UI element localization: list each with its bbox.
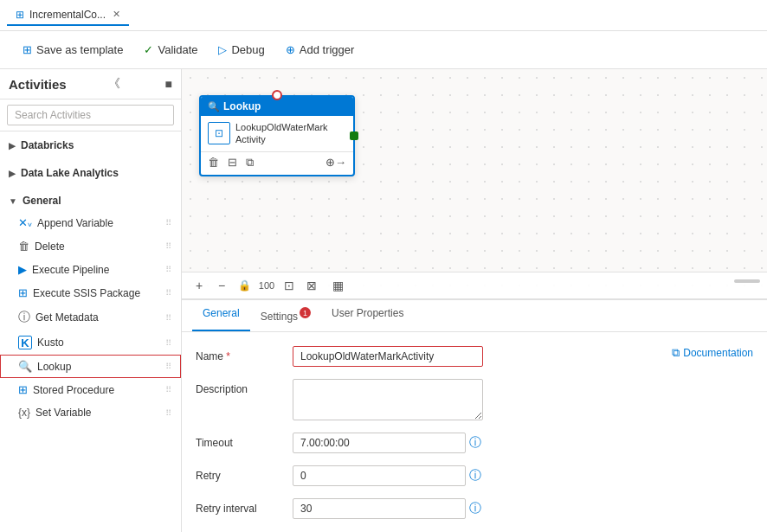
node-connector (350, 131, 358, 140)
lookup-icon: 🔍 (18, 360, 32, 373)
timeout-label: Timeout (196, 433, 282, 449)
name-row: Name * ⧉ Documentation (196, 346, 753, 367)
sidebar-collapse-icon[interactable]: 《 (108, 76, 120, 92)
timeout-info-icon[interactable]: ⓘ (469, 435, 481, 451)
set-variable-label: Set Variable (35, 407, 91, 419)
tab-user-properties[interactable]: User Properties (321, 300, 414, 331)
append-variable-label: Append Variable (37, 217, 113, 229)
node-body: ⊡ LookupOldWaterMarkActivity (201, 116, 353, 151)
properties-body: Name * ⧉ Documentation Description (182, 332, 767, 533)
name-required: * (226, 350, 230, 362)
group-general: ▼ General ✕ᵥ Append Variable ⠿ 🗑 Delete (0, 187, 181, 427)
node-activity-icon: ⊡ (208, 122, 230, 144)
debug-icon: ▷ (218, 43, 227, 56)
general-label: General (23, 195, 61, 207)
node-activity-name: LookupOldWaterMarkActivity (235, 121, 346, 146)
properties-tabs: General Settings1 User Properties (182, 300, 767, 332)
sidebar-item-lookup[interactable]: 🔍 Lookup ⠿ (0, 355, 181, 378)
node-clone-button[interactable]: ⊟ (228, 156, 237, 170)
data-lake-arrow-icon: ▶ (9, 169, 16, 178)
lock-button[interactable]: 🔒 (234, 275, 255, 296)
zoom-out-button[interactable]: − (211, 275, 232, 296)
group-data-lake: ▶ Data Lake Analytics (0, 159, 181, 187)
tab-label: IncrementalCo... (29, 9, 106, 21)
lookup-node[interactable]: 🔍 Lookup ⊡ LookupOldWaterMarkActivity 🗑 … (199, 95, 355, 176)
doc-link-icon: ⧉ (672, 346, 680, 360)
description-row: Description (196, 379, 753, 420)
delete-label: Delete (35, 240, 65, 253)
data-lake-label: Data Lake Analytics (21, 167, 119, 179)
node-connect-button[interactable]: ⊕→ (325, 156, 346, 170)
retry-interval-label: Retry interval (196, 498, 282, 515)
tab-settings[interactable]: Settings1 (250, 300, 321, 331)
stored-procedure-drag-icon: ⠿ (165, 385, 171, 394)
execute-pipeline-icon: ▶ (18, 263, 27, 276)
sidebar-item-kusto[interactable]: K Kusto ⠿ (0, 330, 181, 355)
save-template-button[interactable]: ⊞ Save as template (14, 39, 132, 61)
stored-procedure-icon: ⊞ (18, 383, 28, 396)
description-input[interactable] (293, 379, 483, 420)
append-variable-drag-icon: ⠿ (165, 218, 171, 228)
timeout-input[interactable] (293, 433, 466, 453)
retry-interval-input[interactable] (293, 498, 466, 519)
sidebar-item-append-variable[interactable]: ✕ᵥ Append Variable ⠿ (0, 211, 181, 234)
save-template-icon: ⊞ (23, 43, 32, 56)
crop-button[interactable]: ⊠ (301, 275, 322, 296)
search-input[interactable] (7, 105, 174, 125)
collapse-bar[interactable] (734, 279, 760, 283)
debug-button[interactable]: ▷ Debug (209, 39, 273, 61)
delete-drag-icon: ⠿ (165, 241, 171, 251)
get-metadata-drag-icon: ⠿ (165, 313, 171, 323)
kusto-icon: K (18, 336, 32, 349)
get-metadata-label: Get Metadata (35, 311, 99, 324)
add-trigger-button[interactable]: ⊕ Add trigger (277, 39, 364, 61)
sidebar-item-get-metadata[interactable]: ⓘ Get Metadata ⠿ (0, 304, 181, 330)
sidebar-item-set-variable[interactable]: {x} Set Variable ⠿ (0, 401, 181, 424)
retry-row: Retry ⓘ (196, 465, 753, 486)
group-databricks-header[interactable]: ▶ Databricks (0, 135, 181, 156)
delete-icon: 🗑 (18, 240, 29, 253)
stored-procedure-label: Stored Procedure (33, 384, 114, 396)
retry-interval-info-icon[interactable]: ⓘ (469, 501, 481, 516)
sidebar-item-stored-procedure[interactable]: ⊞ Stored Procedure ⠿ (0, 378, 181, 401)
minimap-button[interactable]: ▦ (327, 275, 348, 296)
sidebar-more-icon[interactable]: ■ (165, 77, 172, 91)
set-variable-drag-icon: ⠿ (165, 408, 171, 418)
lookup-label: Lookup (37, 361, 71, 373)
name-label: Name * (196, 346, 282, 362)
properties-panel: General Settings1 User Properties Name (182, 298, 767, 532)
group-databricks: ▶ Databricks (0, 131, 181, 159)
retry-label: Retry (196, 465, 282, 482)
execute-ssis-label: Execute SSIS Package (33, 287, 140, 299)
kusto-label: Kusto (37, 337, 64, 349)
doc-link[interactable]: ⧉ Documentation (672, 346, 753, 360)
zoom-in-button[interactable]: + (189, 275, 209, 296)
fit-page-button[interactable]: ⊡ (279, 275, 300, 296)
sidebar-item-delete[interactable]: 🗑 Delete ⠿ (0, 234, 181, 258)
settings-badge: 1 (300, 307, 311, 318)
execute-ssis-icon: ⊞ (18, 286, 28, 299)
description-label: Description (196, 379, 282, 395)
retry-input[interactable] (293, 465, 466, 486)
group-data-lake-header[interactable]: ▶ Data Lake Analytics (0, 163, 181, 183)
general-arrow-icon: ▼ (9, 196, 17, 206)
name-input[interactable] (293, 346, 483, 367)
node-copy-button[interactable]: ⧉ (246, 156, 254, 170)
timeout-row: Timeout ⓘ (196, 433, 753, 453)
node-delete-button[interactable]: 🗑 (208, 156, 219, 170)
append-variable-icon: ✕ᵥ (18, 216, 32, 229)
retry-info-icon[interactable]: ⓘ (469, 468, 481, 484)
sidebar-item-execute-pipeline[interactable]: ▶ Execute Pipeline ⠿ (0, 258, 181, 281)
pipeline-icon: ⊞ (16, 9, 24, 21)
tab-general[interactable]: General (192, 300, 250, 331)
kusto-drag-icon: ⠿ (165, 338, 171, 348)
validate-button[interactable]: ✓ Validate (135, 39, 206, 61)
sidebar-item-execute-ssis[interactable]: ⊞ Execute SSIS Package ⠿ (0, 281, 181, 304)
group-general-header[interactable]: ▼ General (0, 190, 181, 211)
sidebar-title: Activities (9, 77, 67, 92)
zoom-100-button[interactable]: 100 (256, 275, 277, 296)
tab-close-icon[interactable]: ✕ (113, 9, 120, 20)
node-actions: 🗑 ⊟ ⧉ ⊕→ (201, 151, 353, 175)
retry-interval-row: Retry interval ⓘ (196, 498, 753, 519)
set-variable-icon: {x} (18, 407, 30, 419)
